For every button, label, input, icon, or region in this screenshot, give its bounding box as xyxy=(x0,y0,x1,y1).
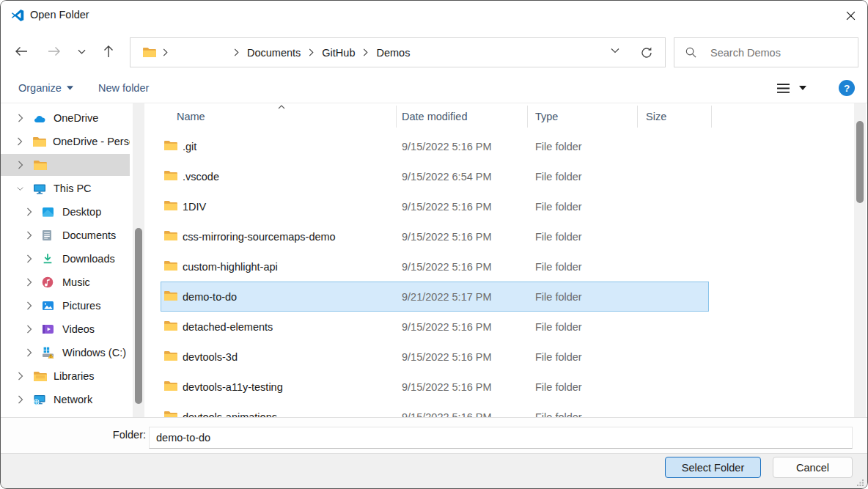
chevron-right-icon[interactable] xyxy=(26,254,32,263)
search-input[interactable] xyxy=(710,47,842,59)
resize-grip[interactable] xyxy=(856,479,864,487)
sidebar-item-videos[interactable]: Videos xyxy=(1,318,130,340)
up-button[interactable] xyxy=(96,39,121,64)
list-scrollbar-thumb[interactable] xyxy=(856,121,864,203)
back-button[interactable] xyxy=(9,39,34,64)
sidebar-item-network[interactable]: Network xyxy=(1,389,130,411)
view-dropdown-triangle-icon xyxy=(799,86,806,90)
search-icon xyxy=(685,46,697,59)
drive-c-icon xyxy=(42,347,56,359)
breadcrumb-chevron-icon xyxy=(363,48,368,56)
file-row-vscode[interactable]: .vscode9/15/2022 6:54 PMFile folder xyxy=(147,161,854,191)
file-row-detached-elements[interactable]: detached-elements9/15/2022 5:16 PMFile f… xyxy=(147,312,854,342)
sidebar-item-onedrive[interactable]: OneDrive xyxy=(1,107,130,129)
file-row-git[interactable]: .git9/15/2022 5:16 PMFile folder xyxy=(147,131,854,161)
breadcrumb-item[interactable] xyxy=(174,45,227,60)
column-header-date-modified[interactable]: Date modified xyxy=(397,106,528,128)
chevron-right-icon[interactable] xyxy=(26,325,32,334)
sidebar-item-label: Libraries xyxy=(54,370,95,382)
chevron-right-icon[interactable] xyxy=(26,348,32,357)
forward-button[interactable] xyxy=(42,39,67,64)
change-view-button[interactable] xyxy=(776,78,806,98)
file-row-devtools-3d[interactable]: devtools-3d9/15/2022 5:16 PMFile folder xyxy=(147,342,854,372)
file-row-1div[interactable]: 1DIV9/15/2022 5:16 PMFile folder xyxy=(147,191,854,221)
chevron-right-icon[interactable] xyxy=(26,301,32,310)
breadcrumb-item-documents[interactable]: Documents xyxy=(246,45,302,60)
sidebar-item-onedrive-perso[interactable]: OneDrive - Perso xyxy=(1,130,130,152)
folder-icon xyxy=(163,350,177,361)
chevron-right-icon[interactable] xyxy=(17,372,23,380)
file-type: File folder xyxy=(535,161,582,191)
file-name: devtools-animations xyxy=(183,402,277,417)
file-name: detached-elements xyxy=(183,312,273,342)
file-row-custom-highlight-api[interactable]: custom-highlight-api9/15/2022 5:16 PMFil… xyxy=(147,251,854,282)
sidebar-item-this-pc[interactable]: This PC xyxy=(1,177,130,199)
chevron-right-icon[interactable] xyxy=(17,137,23,146)
downloads-icon xyxy=(42,253,56,265)
address-dropdown-button[interactable] xyxy=(611,48,619,54)
sidebar-item-label: Windows (C:) xyxy=(62,347,126,359)
sidebar-item-libraries[interactable]: Libraries xyxy=(1,365,130,387)
sidebar-item[interactable] xyxy=(1,154,130,176)
file-row-css-mirroring-sourcemaps-demo[interactable]: css-mirroring-sourcemaps-demo9/15/2022 5… xyxy=(147,221,854,251)
file-type: File folder xyxy=(535,342,582,372)
refresh-button[interactable] xyxy=(640,46,653,59)
sidebar-item-music[interactable]: Music xyxy=(1,271,130,293)
pictures-icon xyxy=(42,301,56,311)
list-scrollbar[interactable] xyxy=(854,103,866,417)
column-header-label: Type xyxy=(535,111,558,122)
organize-button[interactable]: Organize xyxy=(18,73,73,103)
address-bar[interactable]: DocumentsGitHubDemos xyxy=(130,37,666,67)
file-date-modified: 9/15/2022 5:16 PM xyxy=(402,312,492,342)
cancel-button[interactable]: Cancel xyxy=(773,457,853,478)
sidebar-item-documents[interactable]: Documents xyxy=(1,224,130,246)
file-name: devtools-a11y-testing xyxy=(183,372,283,402)
recent-locations-button[interactable] xyxy=(71,39,92,64)
file-type: File folder xyxy=(535,402,582,417)
breadcrumb-chevron-icon xyxy=(234,48,239,56)
organize-label: Organize xyxy=(18,82,62,94)
folder-icon xyxy=(163,140,177,151)
file-row-devtools-a11y-testing[interactable]: devtools-a11y-testing9/15/2022 5:16 PMFi… xyxy=(147,372,854,402)
new-folder-button[interactable]: New folder xyxy=(98,73,149,103)
column-header-name[interactable]: Name xyxy=(147,106,397,128)
file-date-modified: 9/15/2022 5:16 PM xyxy=(402,131,492,161)
chevron-right-icon[interactable] xyxy=(17,395,23,404)
arrow-left-icon xyxy=(14,45,29,57)
close-button[interactable] xyxy=(839,5,861,26)
file-row-demo-to-do[interactable]: demo-to-do9/21/2022 5:17 PMFile folder xyxy=(147,282,854,312)
command-bar: Organize New folder ? xyxy=(1,73,867,103)
sidebar-item-desktop[interactable]: Desktop xyxy=(1,201,130,223)
sidebar-item-label: Desktop xyxy=(62,206,101,218)
dropdown-triangle-icon xyxy=(67,86,73,90)
vscode-logo-icon xyxy=(11,9,24,22)
column-header-size[interactable]: Size xyxy=(638,106,712,128)
onedrive-icon xyxy=(33,114,47,123)
chevron-right-icon[interactable] xyxy=(26,278,32,287)
chevron-down-icon[interactable] xyxy=(17,186,23,191)
file-type: File folder xyxy=(535,282,582,312)
sidebar-item-downloads[interactable]: Downloads xyxy=(1,248,130,270)
file-row-devtools-animations[interactable]: devtools-animations9/15/2022 5:16 PMFile… xyxy=(147,402,854,417)
select-folder-button[interactable]: Select Folder xyxy=(665,457,761,478)
chevron-right-icon[interactable] xyxy=(26,231,32,240)
desktop-icon xyxy=(42,207,56,217)
folder-name-input[interactable] xyxy=(149,427,853,449)
chevron-right-icon[interactable] xyxy=(17,114,23,122)
sidebar-scrollbar[interactable] xyxy=(133,103,144,417)
window-title: Open Folder xyxy=(30,9,89,21)
chevron-right-icon[interactable] xyxy=(26,207,32,216)
column-header-type[interactable]: Type xyxy=(528,106,638,128)
chevron-down-icon xyxy=(78,49,86,54)
chevron-right-icon[interactable] xyxy=(17,161,23,169)
file-name: 1DIV xyxy=(183,191,206,221)
sidebar-item-windows-c[interactable]: Windows (C:) xyxy=(1,342,130,364)
folder-icon xyxy=(163,170,177,181)
sidebar-item-pictures[interactable]: Pictures xyxy=(1,295,130,317)
libraries-icon xyxy=(33,371,47,382)
help-button[interactable]: ? xyxy=(839,80,855,96)
breadcrumb-item-demos[interactable]: Demos xyxy=(375,45,411,60)
breadcrumb-item-github[interactable]: GitHub xyxy=(320,45,356,60)
folder-icon xyxy=(163,200,177,211)
sidebar-scrollbar-thumb[interactable] xyxy=(135,228,142,404)
